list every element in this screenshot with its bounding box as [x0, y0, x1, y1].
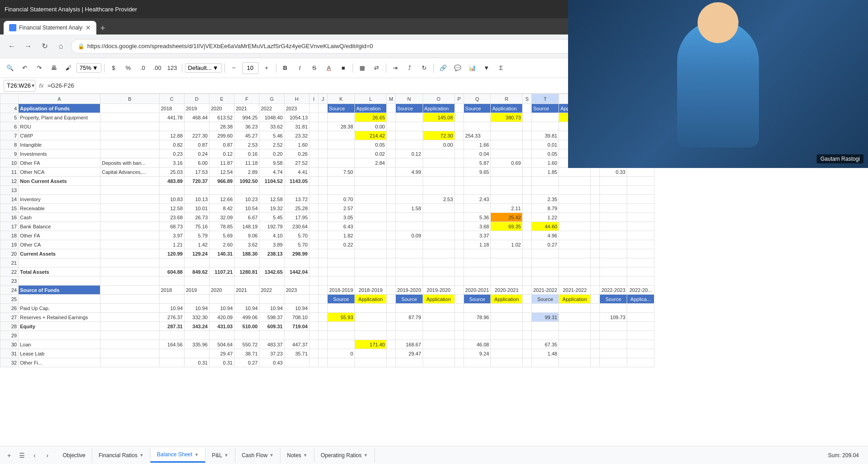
cell-s4[interactable] [523, 104, 532, 113]
cell-n18[interactable]: 0.09 [396, 231, 423, 240]
cell-j15[interactable] [319, 204, 328, 213]
table-row[interactable]: 6ROU28.3836.2333.6231.8128.380.007.852.6… [0, 122, 654, 131]
cell-w27[interactable]: 109.73 [600, 313, 627, 322]
cell-h13[interactable] [284, 186, 309, 195]
cell-t20[interactable] [532, 249, 559, 258]
cell-l29[interactable] [355, 331, 387, 340]
redo-btn[interactable]: ↷ [33, 62, 45, 74]
cell-x14[interactable] [627, 195, 654, 204]
cell-g5[interactable]: 1048.40 [259, 113, 284, 122]
cell-g17[interactable]: 192.79 [259, 222, 284, 231]
cell-f8[interactable]: 2.53 [234, 140, 259, 149]
cell-j27[interactable] [319, 313, 328, 322]
cell-q12[interactable] [464, 177, 491, 186]
cell-u30[interactable] [559, 340, 591, 349]
cell-h15[interactable]: 25.28 [284, 204, 309, 213]
cell-t15[interactable]: 8.79 [532, 204, 559, 213]
table-row[interactable]: 30Loan164.56335.96504.64550.72483.37447.… [0, 340, 654, 349]
cell-b24[interactable] [100, 286, 160, 295]
bold-btn[interactable]: B [279, 62, 292, 74]
cell-v31[interactable] [591, 349, 600, 358]
cell-u29[interactable] [559, 331, 591, 340]
cell-c26[interactable]: 10.94 [160, 304, 185, 313]
cell-b23[interactable] [100, 276, 160, 286]
cell-s6[interactable] [523, 122, 532, 131]
cell-r26[interactable] [491, 304, 523, 313]
reload-btn[interactable]: ↻ [38, 40, 51, 53]
cell-w26[interactable] [600, 304, 627, 313]
cell-q6[interactable] [464, 122, 491, 131]
cell-a29[interactable] [19, 331, 100, 340]
cell-h19[interactable]: 5.70 [284, 240, 309, 249]
cell-g10[interactable]: 9.58 [259, 158, 284, 168]
cell-m14[interactable] [387, 195, 396, 204]
cell-h25[interactable] [284, 295, 309, 304]
cell-e5[interactable]: 613.52 [210, 113, 234, 122]
cell-b14[interactable] [100, 195, 160, 204]
cell-v16[interactable] [591, 213, 600, 222]
cell-i31[interactable] [309, 349, 319, 358]
cell-t23[interactable] [532, 276, 559, 286]
cell-c15[interactable]: 12.58 [160, 204, 185, 213]
cell-r24[interactable]: 2020-2021 [491, 286, 523, 295]
cell-w30[interactable] [600, 340, 627, 349]
cell-v27[interactable] [591, 313, 600, 322]
cell-t8[interactable]: 0.01 [532, 140, 559, 149]
cell-w25[interactable]: Source [600, 295, 627, 304]
cell-n6[interactable] [396, 122, 423, 131]
cell-n27[interactable]: 87.79 [396, 313, 423, 322]
cell-c28[interactable]: 287.31 [160, 322, 185, 331]
cell-i9[interactable] [309, 149, 319, 158]
cell-r13[interactable] [491, 186, 523, 195]
cell-p16[interactable] [454, 213, 464, 222]
cell-c22[interactable]: 604.88 [160, 267, 185, 276]
cell-o32[interactable] [423, 358, 454, 367]
cell-w14[interactable] [600, 195, 627, 204]
cell-t24[interactable]: 2021-2022 [532, 286, 559, 295]
cell-r20[interactable] [491, 249, 523, 258]
cell-d12[interactable]: 720.37 [185, 177, 210, 186]
cell-v22[interactable] [591, 267, 600, 276]
merge-btn[interactable]: ⇄ [370, 62, 383, 74]
cell-k18[interactable]: 1.82 [328, 231, 355, 240]
cell-b8[interactable] [100, 140, 160, 149]
cell-l32[interactable] [355, 358, 387, 367]
cell-g12[interactable]: 1104.52 [259, 177, 284, 186]
cell-i11[interactable] [309, 168, 319, 177]
cell-c9[interactable]: 0.23 [160, 149, 185, 158]
cell-a19[interactable]: Other CA [19, 240, 100, 249]
cell-j25[interactable] [319, 295, 328, 304]
cell-p9[interactable] [454, 149, 464, 158]
cell-u31[interactable] [559, 349, 591, 358]
cell-c17[interactable]: 68.73 [160, 222, 185, 231]
cell-n23[interactable] [396, 276, 423, 286]
cell-e21[interactable] [210, 258, 234, 267]
cell-v18[interactable] [591, 231, 600, 240]
cell-s8[interactable] [523, 140, 532, 149]
cell-m26[interactable] [387, 304, 396, 313]
tab-pl[interactable]: P&L ▼ [205, 448, 235, 463]
cell-e20[interactable]: 140.31 [210, 249, 234, 258]
cell-u16[interactable] [559, 213, 591, 222]
cell-q24[interactable]: 2020-2021 [464, 286, 491, 295]
filter-btn[interactable]: ▼ [480, 62, 493, 74]
cell-a23[interactable] [19, 276, 100, 286]
cell-m27[interactable] [387, 313, 396, 322]
cell-d9[interactable]: 0.24 [185, 149, 210, 158]
cell-k11[interactable]: 7.50 [328, 168, 355, 177]
cell-m12[interactable] [387, 177, 396, 186]
cell-j24[interactable] [319, 286, 328, 295]
cell-c27[interactable]: 276.37 [160, 313, 185, 322]
undo-btn[interactable]: ↶ [18, 62, 31, 74]
cell-q23[interactable] [464, 276, 491, 286]
tab-cash-flow[interactable]: Cash Flow ▼ [235, 448, 281, 463]
print-btn[interactable]: 🖶 [47, 62, 60, 74]
col-header-b[interactable]: B [100, 94, 160, 104]
cell-e23[interactable] [210, 276, 234, 286]
cell-b30[interactable] [100, 340, 160, 349]
cell-a27[interactable]: Reserves + Retained Earnings [19, 313, 100, 322]
cell-o13[interactable] [423, 186, 454, 195]
cell-o21[interactable] [423, 258, 454, 267]
cell-g18[interactable]: 4.10 [259, 231, 284, 240]
cell-t13[interactable] [532, 186, 559, 195]
